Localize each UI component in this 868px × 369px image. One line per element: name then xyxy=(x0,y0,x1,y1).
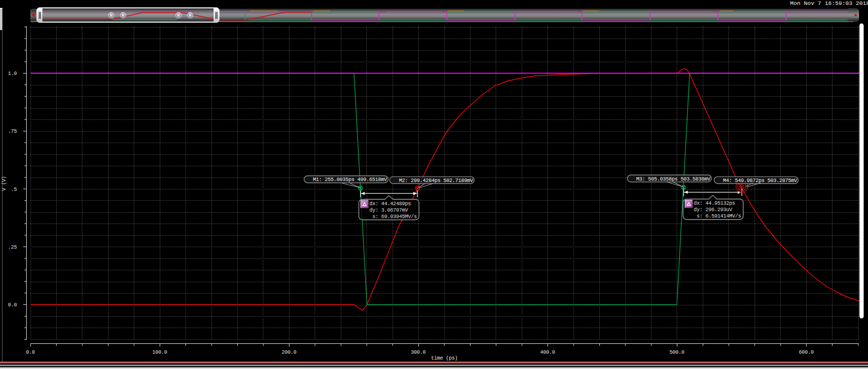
svg-text:m: m xyxy=(177,13,180,18)
svg-text:.25: .25 xyxy=(8,244,17,250)
svg-text:0.0: 0.0 xyxy=(26,349,35,355)
svg-text:s: 6.591414MV/s: s: 6.591414MV/s xyxy=(694,213,741,219)
svg-text:300.0: 300.0 xyxy=(411,349,426,355)
svg-text:time (ps): time (ps) xyxy=(431,355,458,361)
svg-text:.5: .5 xyxy=(11,186,17,192)
svg-text:dy: 296.293uV: dy: 296.293uV xyxy=(694,207,733,213)
svg-text:m: m xyxy=(189,13,191,18)
svg-text:M3: 505.0358ps 503.5838mV: M3: 505.0358ps 503.5838mV xyxy=(636,176,711,182)
svg-text:600.0: 600.0 xyxy=(799,349,814,355)
svg-text:dy: 3.06707mV: dy: 3.06707mV xyxy=(369,207,408,213)
svg-text:M1: 255.0035ps 499.6518mV: M1: 255.0035ps 499.6518mV xyxy=(313,177,387,183)
svg-text:dx: 44.95132ps: dx: 44.95132ps xyxy=(694,200,735,206)
svg-text:100.0: 100.0 xyxy=(152,349,167,355)
svg-text:Mon Nov 7 16:59:03 2018: Mon Nov 7 16:59:03 2018 xyxy=(790,0,868,7)
svg-text:0.0: 0.0 xyxy=(8,302,17,308)
svg-text:1.0: 1.0 xyxy=(8,71,17,76)
svg-text:dx: 44.42489ps: dx: 44.42489ps xyxy=(369,201,411,207)
svg-text:m: m xyxy=(122,13,124,18)
svg-text:400.0: 400.0 xyxy=(540,349,555,355)
svg-text:V (V): V (V) xyxy=(1,176,7,191)
svg-text:s: 69.03945MV/s: s: 69.03945MV/s xyxy=(369,214,417,220)
svg-text:500.0: 500.0 xyxy=(669,349,684,355)
svg-text:200.0: 200.0 xyxy=(282,349,296,355)
svg-text:.75: .75 xyxy=(8,128,17,134)
svg-text:M4: 549.9872ps 503.2875mV: M4: 549.9872ps 503.2875mV xyxy=(723,178,797,184)
svg-text:m: m xyxy=(110,13,112,18)
svg-text:M2: 299.4284ps 502.7189mV: M2: 299.4284ps 502.7189mV xyxy=(399,178,473,184)
